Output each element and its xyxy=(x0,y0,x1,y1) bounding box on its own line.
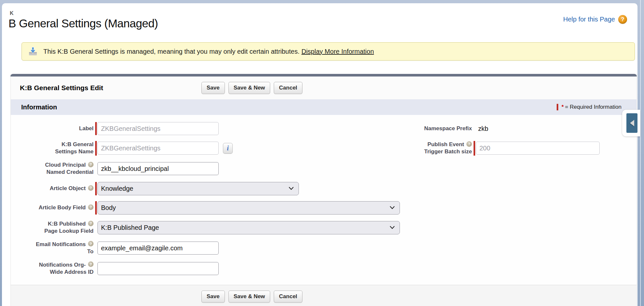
label-text: Trigger Batch size xyxy=(399,148,472,155)
field-label: Publish Event? Trigger Batch size xyxy=(399,141,472,156)
required-bar-placeholder xyxy=(95,241,97,256)
info-icon[interactable]: i xyxy=(223,143,233,154)
field-label: Email Notifications? To xyxy=(22,241,94,256)
required-bar-placeholder xyxy=(95,161,97,176)
article-object-select[interactable]: Knowledge xyxy=(97,182,299,195)
label-text: Notifications Org- xyxy=(39,262,86,268)
field-row-article-object: Article Object? Knowledge xyxy=(22,182,400,195)
save-button[interactable]: Save xyxy=(201,82,225,94)
section-title: Information xyxy=(21,104,57,111)
managed-package-banner: This K:B General Settings is managed, me… xyxy=(22,42,635,61)
form-left-column: Label K:B General Settings Name i xyxy=(22,122,400,282)
help-icon[interactable]: ? xyxy=(88,185,94,191)
required-bar xyxy=(95,122,97,135)
help-area: Help for this Page ? xyxy=(563,15,627,24)
help-icon[interactable]: ? xyxy=(88,221,94,226)
package-install-icon xyxy=(28,46,38,57)
field-row-named-credential: Cloud Principal? Named Credential xyxy=(22,161,400,176)
label-text: Article Body Field xyxy=(38,204,86,211)
required-bar xyxy=(95,201,97,215)
field-row-batch-size: Publish Event? Trigger Batch size xyxy=(399,141,600,156)
label-text: Namespace Prefix xyxy=(424,125,472,132)
object-type-label: K xyxy=(10,10,14,16)
cancel-button[interactable]: Cancel xyxy=(274,82,302,94)
required-bar-placeholder xyxy=(95,261,97,276)
form-area: Label K:B General Settings Name i xyxy=(11,115,637,285)
save-and-new-button[interactable]: Save & New xyxy=(228,82,270,94)
help-icon[interactable]: ? xyxy=(88,162,94,167)
panel-footer: Save Save & New Cancel xyxy=(11,285,637,306)
named-credential-input[interactable] xyxy=(97,162,219,175)
label-text: Cloud Principal xyxy=(45,162,86,168)
field-label: Article Body Field? xyxy=(22,204,94,211)
help-question-icon[interactable]: ? xyxy=(618,15,627,24)
panel-header: K:B General Settings Edit Save Save & Ne… xyxy=(11,76,637,99)
article-body-field-select[interactable]: Body xyxy=(97,201,400,215)
help-icon[interactable]: ? xyxy=(88,204,94,210)
panel-top-bar xyxy=(10,74,637,76)
page-card: K B General Settings (Managed) Help for … xyxy=(2,3,637,306)
label-text: K:B Published xyxy=(48,221,86,227)
cancel-button-bottom[interactable]: Cancel xyxy=(274,290,302,302)
field-label: Label xyxy=(22,125,94,132)
field-label: K:B General Settings Name xyxy=(22,141,94,156)
published-page-lookup-select[interactable]: K:B Published Page xyxy=(97,221,400,234)
field-row-email-notifications: Email Notifications? To xyxy=(22,241,400,256)
label-text: Publish Event xyxy=(428,141,464,147)
required-legend: * = Required Information xyxy=(557,104,622,110)
field-label: Notifications Org-? Wide Address ID xyxy=(22,261,94,276)
information-section-header: Information * = Required Information xyxy=(11,99,637,115)
field-row-article-body-field: Article Body Field? Body xyxy=(22,201,400,215)
sidebar-collapse-tab[interactable] xyxy=(626,113,637,133)
field-label: Namespace Prefix xyxy=(399,125,472,132)
edit-panel: K:B General Settings Edit Save Save & Ne… xyxy=(10,74,637,306)
form-right-column: Namespace Prefix zkb Publish Event? Trig… xyxy=(399,122,600,161)
label-text: Label xyxy=(79,125,94,132)
email-notifications-input[interactable] xyxy=(97,242,219,255)
chevron-left-icon xyxy=(630,120,634,126)
help-link[interactable]: Help for this Page xyxy=(563,16,615,23)
required-bar-sample xyxy=(557,104,558,110)
label-input[interactable] xyxy=(97,122,219,135)
page-title: B General Settings (Managed) xyxy=(8,17,158,30)
required-bar xyxy=(95,141,97,156)
label-text: K:B General xyxy=(62,141,94,147)
bottom-button-row: Save Save & New Cancel xyxy=(201,290,302,302)
help-icon[interactable]: ? xyxy=(88,261,94,267)
required-bar xyxy=(95,182,97,195)
required-note: = Required Information xyxy=(565,104,622,110)
field-label: Article Object? xyxy=(22,185,94,192)
top-button-row: Save Save & New Cancel xyxy=(201,82,302,94)
field-row-org-wide-address: Notifications Org-? Wide Address ID xyxy=(22,261,400,276)
label-text: Page Lookup Field xyxy=(22,228,94,235)
namespace-prefix-value: zkb xyxy=(478,125,488,132)
sidebar-collapse-container xyxy=(622,110,640,136)
label-text: Wide Address ID xyxy=(22,269,94,276)
label-text: Email Notifications xyxy=(36,241,86,247)
label-text: Named Credential xyxy=(22,169,94,176)
banner-text: This K:B General Settings is managed, me… xyxy=(43,48,300,55)
save-button-bottom[interactable]: Save xyxy=(201,290,225,302)
label-text: Settings Name xyxy=(22,148,94,155)
field-label: Cloud Principal? Named Credential xyxy=(22,161,94,176)
field-row-label: Label xyxy=(22,122,400,135)
field-row-namespace-prefix: Namespace Prefix zkb xyxy=(399,122,600,135)
batch-size-input[interactable] xyxy=(476,142,600,155)
label-text: Article Object xyxy=(50,185,86,191)
required-bar-placeholder xyxy=(95,220,97,235)
page-edge-divider xyxy=(640,0,641,306)
label-text: To xyxy=(22,248,94,255)
help-icon[interactable]: ? xyxy=(88,241,94,246)
field-row-settings-name: K:B General Settings Name i xyxy=(22,141,400,156)
help-icon[interactable]: ? xyxy=(466,141,472,147)
settings-name-input[interactable] xyxy=(97,142,219,155)
required-star: * xyxy=(562,104,564,110)
field-label: K:B Published? Page Lookup Field xyxy=(22,220,94,235)
save-and-new-button-bottom[interactable]: Save & New xyxy=(228,290,270,302)
display-more-information-link[interactable]: Display More Information xyxy=(301,48,374,55)
field-row-published-page-lookup: K:B Published? Page Lookup Field K:B Pub… xyxy=(22,220,400,235)
panel-title: K:B General Settings Edit xyxy=(20,84,103,92)
org-wide-address-input[interactable] xyxy=(97,262,219,275)
required-bar xyxy=(474,141,475,156)
